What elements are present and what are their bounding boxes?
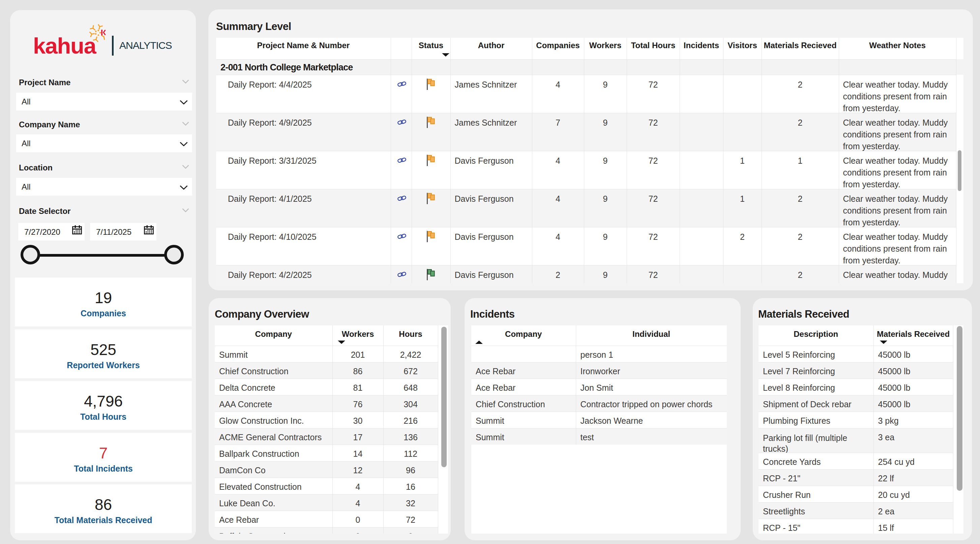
company-row[interactable]: Ballpark Construction14112 — [215, 445, 448, 461]
company-row[interactable]: Glow Construction Inc.30216 — [215, 412, 448, 428]
company-row[interactable]: Summit2012,422 — [215, 346, 448, 362]
column-header-label: Workers — [342, 330, 374, 338]
incident-row[interactable]: Ace RebarIronworker — [471, 362, 727, 379]
material-row[interactable]: Parking lot fill (multiple trucks)3 ea — [759, 428, 964, 453]
cell — [471, 346, 576, 362]
start-date-value: 7/27/2020 — [24, 227, 60, 237]
company-row[interactable]: AAA Concrete76304 — [215, 395, 448, 412]
material-row[interactable]: Shipment of Deck rebar45000 lb — [759, 395, 964, 412]
column-header[interactable]: Company — [471, 325, 576, 346]
company-row[interactable]: Luke Dean Co.432 — [215, 494, 448, 511]
project-name-dropdown[interactable]: All — [16, 93, 192, 111]
link-icon[interactable] — [398, 271, 406, 277]
column-header[interactable]: Individual — [576, 325, 727, 346]
company-row[interactable]: Elevated Construction416 — [215, 477, 448, 494]
column-header[interactable]: Incidents — [679, 38, 723, 59]
collapse-chevron-icon[interactable] — [182, 208, 189, 212]
company-row[interactable]: ACME General Contractors17136 — [215, 428, 448, 445]
daily-report-row[interactable]: Daily Report: 4/9/2025 James Schnitzer79… — [216, 113, 964, 151]
material-row[interactable]: Level 8 Reinforcing45000 lb — [759, 379, 964, 395]
report-name-cell[interactable]: Daily Report: 4/2/2025 — [216, 265, 391, 283]
link-icon[interactable] — [398, 119, 406, 125]
report-name-cell[interactable]: Daily Report: 4/10/2025 — [216, 227, 391, 265]
column-header[interactable]: Hours — [383, 325, 438, 346]
column-header[interactable] — [391, 38, 412, 59]
column-header[interactable]: Companies — [532, 38, 584, 59]
incidents-cell — [679, 151, 723, 189]
scrollbar-spacer — [438, 527, 448, 534]
cell: Level 8 Reinforcing — [759, 379, 873, 395]
column-header[interactable]: Project Name & Number — [216, 38, 391, 59]
calendar-icon[interactable] — [144, 225, 154, 235]
company-row[interactable]: Delta Concrete81648 — [215, 379, 448, 395]
cell: RCP - 15" — [759, 519, 873, 534]
cell: 216 — [383, 412, 438, 428]
materials-received-table[interactable]: DescriptionMaterials ReceivedLevel 5 Rei… — [759, 325, 964, 534]
material-row[interactable]: RCP - 15"15 lf — [759, 519, 964, 534]
start-date-input[interactable]: 7/27/2020 — [18, 223, 84, 241]
status-cell — [412, 113, 450, 151]
location-dropdown[interactable]: All — [16, 178, 192, 196]
materials-scrollbar-thumb[interactable] — [957, 326, 963, 491]
daily-report-row[interactable]: Daily Report: 4/4/2025 James Schnitzer49… — [216, 75, 964, 113]
summary-scrollbar-thumb[interactable] — [958, 150, 961, 191]
summary-table[interactable]: Project Name & NumberStatusAuthorCompani… — [216, 38, 964, 283]
link-icon[interactable] — [398, 233, 406, 239]
empty-cell — [679, 59, 723, 75]
empty-cell — [723, 59, 762, 75]
incident-row[interactable]: Summittest — [471, 428, 727, 445]
material-row[interactable]: Streetlights2 ea — [759, 502, 964, 519]
end-date-input[interactable]: 7/11/2025 — [90, 223, 156, 241]
material-row[interactable]: Plumbing Fixtures3 pkg — [759, 412, 964, 428]
company-overview-card: Company Overview CompanyWorkersHoursSumm… — [209, 298, 451, 540]
incident-row[interactable]: Ace RebarJon Smit — [471, 379, 727, 395]
material-row[interactable]: Level 7 Reinforcing45000 lb — [759, 362, 964, 379]
incidents-table[interactable]: CompanyIndividualperson 1Ace RebarIronwo… — [471, 325, 727, 534]
company-row[interactable]: Ace Rebar072 — [215, 511, 448, 527]
company-name-dropdown[interactable]: All — [16, 135, 192, 152]
company-row[interactable]: DamCon Co1296 — [215, 461, 448, 477]
column-header[interactable]: Company — [215, 325, 332, 346]
column-header[interactable]: Materials Recieved — [762, 38, 839, 59]
material-row[interactable]: Level 5 Reinforcing45000 lb — [759, 346, 964, 362]
material-row[interactable]: Crusher Run20 cu yd — [759, 486, 964, 502]
summary-title: Summary Level — [216, 21, 291, 32]
column-header[interactable]: Weather Notes — [839, 38, 956, 59]
incident-row[interactable]: Chief ConstructionContractor tripped on … — [471, 395, 727, 412]
slider-handle-start[interactable] — [21, 245, 40, 265]
column-header[interactable]: Workers — [332, 325, 383, 346]
report-name-cell[interactable]: Daily Report: 4/4/2025 — [216, 75, 391, 113]
material-row[interactable]: RCP - 21"22 lf — [759, 469, 964, 486]
report-name-cell[interactable]: Daily Report: 4/9/2025 — [216, 113, 391, 151]
link-icon[interactable] — [398, 81, 406, 87]
column-header[interactable]: Description — [759, 325, 873, 346]
cell: Summit — [215, 346, 332, 362]
project-group-row[interactable]: 2-001 North College Marketplace — [216, 59, 964, 75]
report-name-cell[interactable]: Daily Report: 3/31/2025 — [216, 151, 391, 189]
collapse-chevron-icon[interactable] — [182, 79, 189, 84]
column-header[interactable]: Workers — [584, 38, 627, 59]
company-row[interactable]: Chief Construction86672 — [215, 362, 448, 379]
incident-row[interactable]: SummitJackson Wearne — [471, 412, 727, 428]
daily-report-row[interactable]: Daily Report: 4/2/2025 Davis Ferguson297… — [216, 265, 964, 283]
report-name-cell[interactable]: Daily Report: 4/1/2025 — [216, 189, 391, 227]
link-icon[interactable] — [398, 157, 406, 163]
link-icon[interactable] — [398, 195, 406, 201]
column-header[interactable]: Total Hours — [627, 38, 679, 59]
date-range-slider-track[interactable] — [30, 254, 174, 257]
slider-handle-end[interactable] — [164, 245, 184, 265]
calendar-icon[interactable] — [72, 225, 82, 235]
company-scrollbar-thumb[interactable] — [441, 327, 447, 467]
daily-report-row[interactable]: Daily Report: 3/31/2025 Davis Ferguson49… — [216, 151, 964, 189]
incident-row[interactable]: person 1 — [471, 346, 727, 362]
column-header[interactable]: Author — [450, 38, 532, 59]
material-row[interactable]: Concrete Yards254 cu yd — [759, 453, 964, 469]
column-header[interactable]: Materials Received — [873, 325, 953, 346]
company-row[interactable]: Buffalo Construction00 — [215, 527, 448, 534]
collapse-chevron-icon[interactable] — [182, 122, 189, 126]
column-header[interactable]: Visitors — [723, 38, 762, 59]
collapse-chevron-icon[interactable] — [182, 165, 189, 169]
company-overview-table[interactable]: CompanyWorkersHoursSummit2012,422Chief C… — [215, 325, 448, 534]
daily-report-row[interactable]: Daily Report: 4/10/2025 Davis Ferguson49… — [216, 227, 964, 265]
daily-report-row[interactable]: Daily Report: 4/1/2025 Davis Ferguson497… — [216, 189, 964, 227]
